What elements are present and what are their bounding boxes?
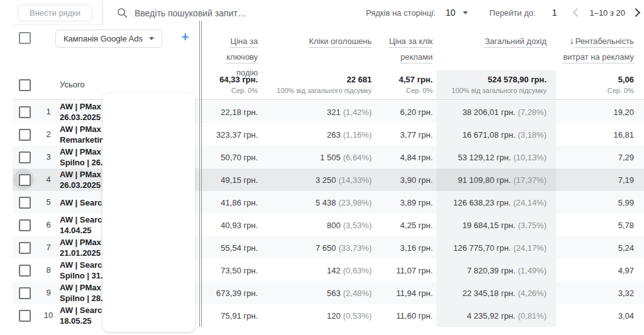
total-value: 524 578,90 грн.	[436, 75, 547, 84]
metric-cells: 22,18 грн.321(1,42%)6,20 грн.38 206,01 г…	[203, 101, 644, 123]
revenue-total-cell: 524 578,90 грн.100% від загального підсу…	[436, 70, 556, 99]
metric-cells: 40,93 грн.800(3,53%)4,25 грн.19 684,15 г…	[203, 214, 644, 236]
cost-per-key-event-total-cell: 64,33 грн.Сер. 0%	[203, 70, 263, 99]
metric-cells: 55,54 грн.7 650(33,73%)3,16 грн.126 775,…	[203, 236, 644, 259]
roas-cell: 7,19	[556, 168, 644, 191]
cost-per-key-event-cell: 75,91 грн.	[203, 304, 263, 327]
cost-per-key-event-cell: 22,18 грн.	[203, 101, 263, 123]
cpc-cell: 3,90 грн.	[377, 168, 436, 191]
total-value: 22 681	[263, 75, 372, 84]
roas-cell: 19,20	[556, 101, 644, 123]
row-index: 2	[40, 123, 57, 146]
roas-cell: 5,78	[556, 214, 644, 236]
ad-clicks-cell: 7 650(33,73%)	[263, 236, 377, 259]
revenue-cell: 53 129,12 грн.(10,13%)	[436, 146, 556, 168]
report-table-screen: Внести рядки Рядків на сторінці: 10 Пере…	[0, 0, 644, 335]
total-value: 64,33 грн.	[203, 75, 258, 84]
metric-cells: 49,15 грн.3 250(14,33%)3,90 грн.91 109,8…	[203, 168, 644, 191]
metric-cells: 41,86 грн.5 438(23,98%)3,89 грн.126 638,…	[203, 191, 644, 214]
revenue-cell: 19 684,15 грн.(3,75%)	[436, 214, 556, 236]
roas-cell: 3,04	[556, 304, 644, 327]
ad-clicks-cell: 1 505(6,64%)	[263, 146, 377, 168]
rows-per-page-value[interactable]: 10	[445, 8, 455, 18]
roas-cell: 3,32	[556, 282, 644, 304]
chevron-down-icon	[149, 37, 154, 40]
metric-cells: 75,91 грн.120(0,53%)11,60 грн.4 235,92 г…	[203, 304, 644, 327]
revenue-cell: 22 345,18 грн.(4,26%)	[436, 282, 556, 304]
cpc-cell: 11,60 грн.	[377, 304, 436, 327]
totals-metric-cells: 64,33 грн.Сер. 0%22 681100% від загально…	[203, 70, 644, 99]
row-index: 4	[40, 168, 57, 191]
next-page-button[interactable]	[631, 8, 640, 17]
ad-clicks-cell: 263(1,16%)	[263, 123, 377, 146]
total-sublabel: Сер. 0%	[377, 87, 433, 94]
dimension-selector-label: Кампанія Google Ads	[64, 34, 143, 43]
import-rows-button[interactable]: Внести рядки	[18, 4, 92, 21]
row-checkbox[interactable]	[19, 197, 31, 209]
row-checkbox[interactable]	[19, 287, 31, 299]
floating-panel	[103, 93, 195, 332]
roas-total-cell: 5,06Сер. 0%	[556, 70, 644, 99]
table-header-row: Кампанія Google Ads + Ціна за ключову по…	[13, 25, 644, 70]
revenue-cell: 4 235,92 грн.(0,81%)	[436, 304, 556, 327]
select-all-checkbox[interactable]	[19, 32, 31, 44]
ad-clicks-cell: 3 250(14,33%)	[263, 168, 377, 191]
row-index: 6	[40, 214, 57, 236]
column-divider-handle[interactable]	[199, 21, 202, 327]
row-checkbox[interactable]	[19, 129, 31, 141]
revenue-cell: 126 775,70 грн.(24,17%)	[436, 236, 556, 259]
ad-clicks-cell: 321(1,42%)	[263, 101, 377, 123]
chevron-down-icon[interactable]	[463, 11, 468, 14]
cost-per-key-event-cell: 49,15 грн.	[203, 168, 263, 191]
revenue-cell: 38 206,01 грн.(7,28%)	[436, 101, 556, 123]
total-sublabel: 100% від загального підсумку	[263, 87, 372, 94]
toolbar-divider	[103, 1, 103, 25]
row-checkbox[interactable]	[19, 310, 31, 322]
search-input[interactable]	[133, 5, 325, 21]
roas-cell: 5,24	[556, 236, 644, 259]
ad-clicks-total-cell: 22 681100% від загального підсумку	[263, 70, 377, 99]
dimension-selector[interactable]: Кампанія Google Ads	[55, 30, 162, 48]
metric-cells: 673,39 грн.563(2,48%)11,94 грн.22 345,18…	[203, 282, 644, 304]
revenue-cell: 91 109,80 грн.(17,37%)	[436, 168, 556, 191]
row-checkbox[interactable]	[19, 106, 31, 118]
search-icon	[117, 8, 128, 18]
ad-clicks-cell: 120(0,53%)	[263, 304, 377, 327]
cpc-cell: 3,16 грн.	[377, 236, 436, 259]
ad-clicks-cell: 142(0,63%)	[263, 259, 377, 282]
cpc-cell: 11,94 грн.	[377, 282, 436, 304]
total-sublabel: 100% від загального підсумку	[436, 87, 547, 94]
cpc-cell: 4,84 грн.	[377, 146, 436, 168]
roas-cell: 7,29	[556, 146, 644, 168]
page-range-label: 1–10 з 20	[589, 8, 625, 18]
sort-descending-icon: ↓	[570, 33, 574, 49]
totals-checkbox[interactable]	[19, 79, 31, 91]
cpc-cell: 6,20 грн.	[377, 101, 436, 123]
row-index: 10	[40, 304, 57, 327]
goto-page-value[interactable]: 1	[552, 8, 557, 18]
row-checkbox[interactable]	[19, 174, 31, 186]
total-sublabel: Сер. 0%	[556, 87, 634, 94]
metric-cells: 323,37 грн.263(1,16%)3,77 грн.16 671,08 …	[203, 123, 644, 146]
row-checkbox[interactable]	[19, 242, 31, 254]
totals-label: Усього	[60, 70, 85, 99]
cost-per-key-event-cell: 50,70 грн.	[203, 146, 263, 168]
column-header-label: Ціна за клік реклами	[389, 36, 433, 62]
metric-cells: 73,50 грн.142(0,63%)11,07 грн.7 820,39 г…	[203, 259, 644, 282]
row-index: 5	[40, 191, 57, 214]
revenue-cell: 16 671,08 грн.(3,18%)	[436, 123, 556, 146]
row-index: 7	[40, 236, 57, 259]
total-value: 5,06	[556, 75, 634, 84]
row-checkbox[interactable]	[19, 265, 31, 277]
cost-per-key-event-cell: 41,86 грн.	[203, 191, 263, 214]
add-dimension-button[interactable]: +	[181, 29, 189, 45]
rows-per-page-label: Рядків на сторінці:	[366, 8, 436, 18]
cost-per-key-event-cell: 40,93 грн.	[203, 214, 263, 236]
cost-per-key-event-cell: 55,54 грн.	[203, 236, 263, 259]
ad-clicks-cell: 800(3,53%)	[263, 214, 377, 236]
ad-clicks-cell: 5 438(23,98%)	[263, 191, 377, 214]
row-index: 8	[40, 259, 57, 282]
prev-page-button[interactable]	[573, 8, 582, 17]
row-checkbox[interactable]	[19, 151, 31, 163]
row-checkbox[interactable]	[19, 219, 31, 231]
